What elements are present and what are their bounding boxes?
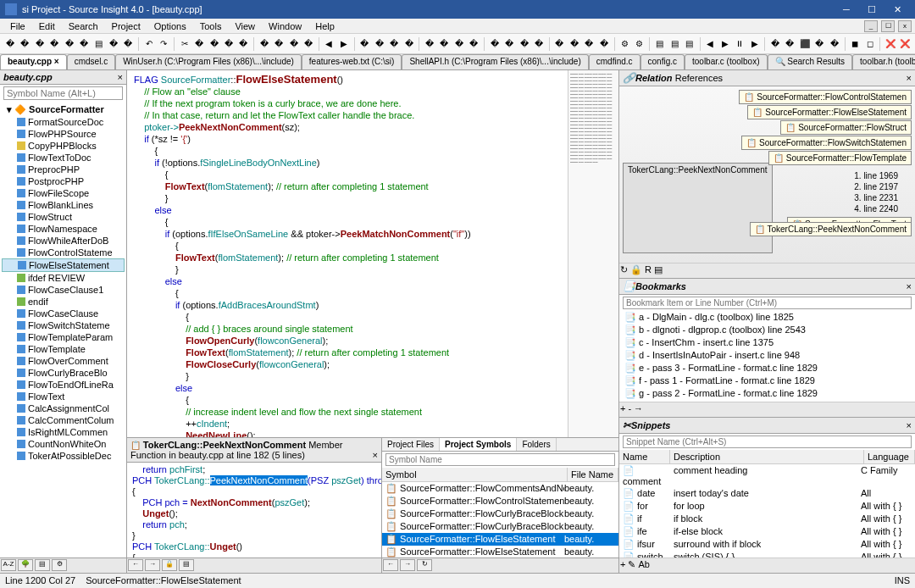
tree-item[interactable]: FlowPHPSource	[2, 128, 125, 140]
project-symbol-filter[interactable]	[385, 453, 615, 466]
toolbar-button[interactable]: �	[568, 36, 580, 52]
toolbar-button[interactable]: �	[63, 36, 75, 52]
close-icon[interactable]: ✕	[884, 0, 910, 19]
mdi-max-icon[interactable]: ☐	[881, 20, 895, 32]
projsym-row[interactable]: 📋 SourceFormatter::FlowControlStatementb…	[382, 495, 618, 508]
tree-item[interactable]: FlowSwitchStateme	[2, 319, 125, 331]
toolbar-button[interactable]: ▶	[337, 36, 350, 52]
toolbar-button[interactable]: �	[532, 36, 545, 52]
toolbar-button[interactable]: ❌	[884, 36, 896, 52]
toolbar-button[interactable]: �	[302, 36, 314, 52]
toolbar-button[interactable]: ▤	[92, 36, 105, 52]
tree-item[interactable]: FormatSourceDoc	[2, 116, 125, 128]
toolbar-button[interactable]: �	[784, 36, 796, 52]
col-file[interactable]: File Name	[568, 468, 618, 481]
menu-options[interactable]: Options	[147, 19, 193, 33]
tree-item[interactable]: endif	[2, 296, 125, 308]
bm-add-button[interactable]: +	[620, 403, 625, 416]
relation-line[interactable]: 4. line 2240	[854, 204, 898, 214]
tree-item[interactable]: FlowStruct	[2, 211, 125, 223]
menu-view[interactable]: View	[228, 19, 262, 33]
toolbar-button[interactable]: �	[47, 36, 60, 52]
tree-item[interactable]: FlowToEndOfLineRa	[2, 379, 125, 391]
toolbar-button[interactable]: ⏸	[733, 36, 746, 52]
snippet-row[interactable]: 📄 switchswitch (SIS) { }All with { }	[619, 551, 915, 557]
file-tab[interactable]: config.c	[640, 54, 685, 69]
close-icon[interactable]: ×	[907, 420, 912, 430]
file-tab[interactable]: cmdsel.c	[67, 54, 115, 69]
sn-edit-button[interactable]: ✎	[628, 559, 635, 572]
toolbar-button[interactable]: �	[452, 36, 465, 52]
nav-back-button[interactable]: ←	[128, 559, 143, 571]
toolbar-button[interactable]: �	[488, 36, 501, 52]
lock-button[interactable]: 🔒	[162, 559, 177, 571]
file-tab[interactable]: ShellAPI.h (C:\Program Files (x86)\...\i…	[402, 54, 588, 69]
tree-item[interactable]: PreprocPHP	[2, 164, 125, 175]
tree-item[interactable]: FlowText	[2, 391, 125, 402]
toolbar-button[interactable]: �	[18, 36, 30, 52]
toolbar-button[interactable]: ⚙	[618, 36, 630, 52]
col-symbol[interactable]: Symbol	[382, 468, 568, 481]
toolbar-button[interactable]: ◻	[863, 36, 876, 52]
projsym-row[interactable]: 📋 SourceFormatter::FlowCommentsAndNewLin…	[382, 482, 618, 495]
snippet-filter[interactable]	[623, 435, 912, 448]
mdi-close-icon[interactable]: x	[898, 20, 912, 32]
tree-item[interactable]: FlowCaseClause	[2, 308, 125, 319]
tree-item[interactable]: FlowCurlyBraceBlo	[2, 367, 125, 379]
toolbar-button[interactable]: �	[423, 36, 435, 52]
toolbar-button[interactable]: ↶	[142, 36, 155, 52]
tree-item[interactable]: IsRightMLCommen	[2, 426, 125, 438]
projsym-tab[interactable]: Project Files	[382, 438, 440, 451]
tree-item[interactable]: CalcAssignmentCol	[2, 402, 125, 414]
bm-del-button[interactable]: -	[628, 403, 631, 416]
tree-item[interactable]: FlowWhileAfterDoB	[2, 235, 125, 247]
relation-node[interactable]: 📋 SourceFormatter::FlowControlStatemen	[739, 90, 912, 104]
projsym-row[interactable]: 📋 SourceFormatter::FlowElseStatementbeau…	[382, 546, 618, 557]
toolbar-button[interactable]: �	[402, 36, 415, 52]
sn-abc-button[interactable]: Ab	[638, 559, 649, 572]
rel-opts-button[interactable]: ▤	[654, 264, 663, 277]
relation-node[interactable]: 📋 SourceFormatter::FlowElseStatement	[747, 105, 912, 119]
nav-fwd-button[interactable]: →	[145, 559, 160, 571]
toolbar-button[interactable]: ◀	[323, 36, 336, 52]
toolbar-button[interactable]: �	[33, 36, 46, 52]
file-tab[interactable]: cmdfind.c	[589, 54, 640, 69]
sort-az-button[interactable]: A-Z	[1, 559, 16, 571]
tree-item[interactable]: FlowTemplate	[2, 343, 125, 355]
tree-item[interactable]: CountNonWhiteOn	[2, 438, 125, 450]
file-tab[interactable]: 🔍 Search Results	[768, 54, 853, 69]
tree-item[interactable]: FlowOverComment	[2, 355, 125, 367]
tree-item[interactable]: CopyPHPBlocks	[2, 140, 125, 152]
options-button[interactable]: ▤	[179, 559, 194, 571]
toolbar-button[interactable]: ↷	[158, 36, 170, 52]
toolbar-button[interactable]: �	[768, 36, 781, 52]
menu-tools[interactable]: Tools	[193, 19, 229, 33]
toolbar-button[interactable]: �	[287, 36, 300, 52]
snippet-row[interactable]: 📄 dateinsert today's dateAll	[619, 487, 915, 500]
toolbar-button[interactable]: �	[192, 36, 205, 52]
projsym-tab[interactable]: Project Symbols	[440, 438, 517, 451]
tree-item[interactable]: PostprocPHP	[2, 175, 125, 187]
toolbar-button[interactable]: ▶	[748, 36, 761, 52]
symbol-filter-input[interactable]	[3, 86, 123, 100]
toolbar-button[interactable]: ▤	[668, 36, 681, 52]
toolbar-button[interactable]: �	[258, 36, 270, 52]
snippet-row[interactable]: 📄 ifif blockAll with { }	[619, 513, 915, 525]
menu-help[interactable]: Help	[308, 19, 341, 33]
toolbar-button[interactable]: �	[122, 36, 135, 52]
toolbar-button[interactable]: ⚙	[633, 36, 646, 52]
projsym-row[interactable]: 📋 SourceFormatter::FlowCurlyBraceBlockbe…	[382, 520, 618, 533]
relation-line[interactable]: 1. line 1969	[854, 171, 898, 180]
tree-item[interactable]: FlowTemplateParam	[2, 331, 125, 343]
bookmark-row[interactable]: 📑 c - InsertChm - insert.c line 1375	[619, 336, 915, 349]
toolbar-button[interactable]: �	[583, 36, 596, 52]
toolbar-button[interactable]: �	[107, 36, 119, 52]
toolbar-button[interactable]: ❌	[899, 36, 912, 52]
bookmark-row[interactable]: 📑 f - pass 1 - FormatLine - format.c lin…	[619, 374, 915, 387]
toolbar-button[interactable]: �	[358, 36, 371, 52]
toolbar-button[interactable]: �	[813, 36, 826, 52]
file-tab[interactable]: toolbar.c (toolbox)	[685, 54, 768, 69]
snippet-row[interactable]: 📄 forfor loopAll with { }	[619, 500, 915, 513]
bookmark-filter[interactable]	[623, 297, 912, 309]
tree-item[interactable]: CalcCommentColum	[2, 414, 125, 426]
